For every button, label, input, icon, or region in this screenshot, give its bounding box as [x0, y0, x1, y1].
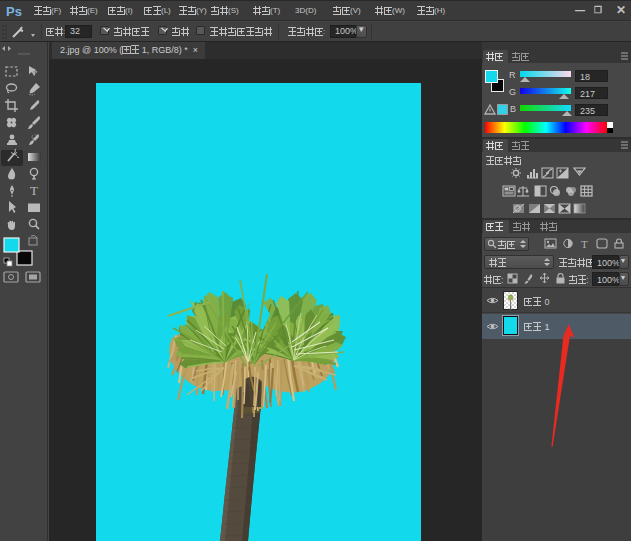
svg-text:T: T — [581, 238, 588, 250]
svg-text:T: T — [30, 183, 38, 198]
